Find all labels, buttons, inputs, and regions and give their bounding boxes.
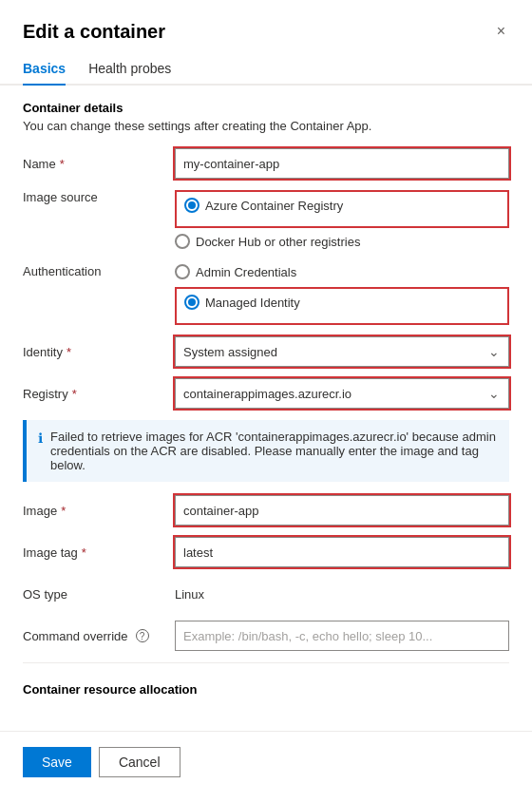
command-override-input[interactable] — [175, 621, 509, 651]
info-icon: ℹ — [38, 430, 43, 472]
managed-identity-radio-circle — [184, 295, 200, 310]
dialog-header: Edit a container × — [0, 0, 532, 53]
registry-control: containerappimages.azurecr.io — [175, 378, 509, 409]
section-title: Container details — [23, 101, 509, 115]
registry-row: Registry * containerappimages.azurecr.io — [23, 378, 509, 409]
image-control — [175, 495, 509, 526]
image-tag-label: Image tag * — [23, 545, 175, 560]
acr-option-row: Azure Container Registry — [184, 198, 500, 213]
resource-allocation-title: Container resource allocation — [23, 675, 509, 700]
registry-label: Registry * — [23, 387, 175, 401]
command-override-control — [175, 621, 509, 651]
os-type-value: Linux — [175, 587, 509, 602]
form-content: Container details You can change these s… — [0, 86, 532, 723]
close-button[interactable]: × — [493, 19, 509, 44]
identity-control: System assigned User assigned — [175, 336, 509, 367]
acr-radio-circle — [184, 198, 200, 213]
image-tag-row: Image tag * — [23, 537, 509, 567]
dialog-footer: Save Cancel — [0, 731, 532, 793]
save-button[interactable]: Save — [23, 747, 91, 777]
image-source-row: Image source Azure Container Registry — [23, 190, 509, 257]
managed-identity-radio-dot — [188, 298, 196, 306]
section-divider — [23, 662, 509, 663]
acr-radio-text: Azure Container Registry — [205, 199, 343, 213]
section-description: You can change these settings after crea… — [23, 119, 509, 133]
registry-select[interactable]: containerappimages.azurecr.io — [175, 378, 509, 409]
os-type-row: OS type Linux — [23, 579, 509, 609]
auth-control: Admin Credentials Managed Identity — [175, 264, 509, 325]
auth-row: Authentication Admin Credentials — [23, 264, 509, 325]
name-input[interactable] — [175, 148, 509, 179]
dockerhub-radio-text: Docker Hub or other registries — [196, 235, 360, 249]
identity-select[interactable]: System assigned User assigned — [175, 336, 509, 367]
managed-identity-radio-label[interactable]: Managed Identity — [184, 295, 300, 310]
edit-container-dialog: Edit a container × Basics Health probes … — [0, 0, 532, 803]
managed-identity-option-row: Managed Identity — [184, 295, 500, 310]
registry-select-wrapper: containerappimages.azurecr.io — [175, 378, 509, 409]
auth-label: Authentication — [23, 264, 175, 278]
admin-cred-option-row: Admin Credentials — [175, 264, 509, 279]
command-override-label: Command override ? — [23, 629, 175, 643]
name-row: Name * — [23, 148, 509, 179]
admin-cred-radio-circle — [175, 264, 190, 279]
dockerhub-radio-label[interactable]: Docker Hub or other registries — [175, 234, 360, 249]
name-control — [175, 148, 509, 179]
name-required: * — [60, 157, 65, 171]
image-row: Image * — [23, 495, 509, 526]
tab-health-probes[interactable]: Health probes — [88, 53, 171, 86]
image-tag-input[interactable] — [175, 537, 509, 567]
acr-radio-dot — [188, 201, 196, 209]
identity-select-wrapper: System assigned User assigned — [175, 336, 509, 367]
name-label: Name * — [23, 157, 175, 171]
acr-radio-label[interactable]: Azure Container Registry — [184, 198, 343, 213]
dockerhub-option-row: Docker Hub or other registries — [175, 234, 509, 249]
info-text: Failed to retrieve images for ACR 'conta… — [50, 430, 498, 472]
image-tag-control — [175, 537, 509, 567]
dialog-title: Edit a container — [23, 21, 165, 43]
identity-required: * — [66, 345, 71, 359]
os-type-text: Linux — [175, 587, 204, 602]
close-icon: × — [497, 23, 505, 40]
registry-required: * — [72, 387, 77, 401]
tab-bar: Basics Health probes — [0, 53, 532, 86]
dockerhub-radio-circle — [175, 234, 190, 249]
command-override-help-icon[interactable]: ? — [136, 629, 149, 642]
image-input[interactable] — [175, 495, 509, 526]
cancel-button[interactable]: Cancel — [99, 747, 180, 777]
admin-cred-radio-label[interactable]: Admin Credentials — [175, 264, 296, 279]
image-required: * — [61, 504, 66, 518]
managed-identity-radio-text: Managed Identity — [205, 296, 300, 310]
tab-basics[interactable]: Basics — [23, 53, 66, 86]
image-source-control: Azure Container Registry Docker Hub or o… — [175, 190, 509, 257]
command-override-row: Command override ? — [23, 621, 509, 651]
admin-cred-radio-text: Admin Credentials — [196, 265, 296, 279]
identity-row: Identity * System assigned User assigned — [23, 336, 509, 367]
info-box: ℹ Failed to retrieve images for ACR 'con… — [23, 420, 509, 482]
image-tag-required: * — [82, 545, 86, 560]
os-type-label: OS type — [23, 587, 175, 602]
image-label: Image * — [23, 504, 175, 518]
identity-label: Identity * — [23, 345, 175, 359]
image-source-label: Image source — [23, 190, 175, 204]
